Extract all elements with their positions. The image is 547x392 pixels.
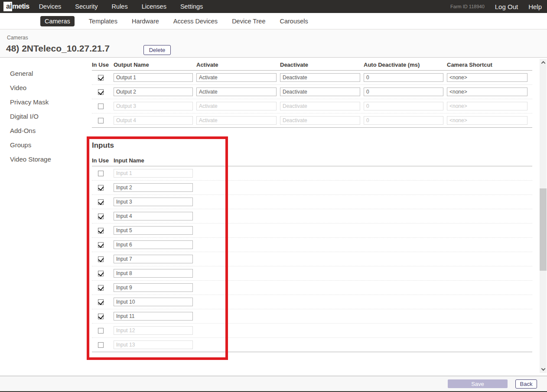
sidebar-item-digital-io[interactable]: Digital I/O bbox=[0, 109, 85, 123]
tab-device-tree[interactable]: Device Tree bbox=[232, 18, 265, 25]
input-name-input[interactable] bbox=[114, 298, 193, 306]
digital-io-panel: In Use Output Name Activate Deactivate A… bbox=[92, 58, 532, 352]
scrollbar-thumb[interactable] bbox=[540, 188, 547, 271]
logout-link[interactable]: Log Out bbox=[495, 3, 518, 10]
input-name-input[interactable] bbox=[114, 240, 193, 249]
input-row bbox=[92, 224, 532, 238]
in-use-checkbox[interactable] bbox=[98, 299, 104, 305]
farm-id-label: Farm ID 118940 bbox=[450, 4, 485, 9]
in-use-checkbox[interactable] bbox=[98, 185, 104, 191]
sidebar-item-add-ons[interactable]: Add-Ons bbox=[0, 123, 85, 138]
menu-rules[interactable]: Rules bbox=[112, 3, 128, 10]
deactivate-input bbox=[280, 116, 360, 125]
input-row bbox=[92, 295, 532, 309]
outputs-table-body bbox=[92, 71, 532, 128]
col-in-use: In Use bbox=[92, 158, 110, 166]
auto-deactivate-input bbox=[364, 116, 443, 125]
save-button[interactable]: Save bbox=[448, 379, 508, 388]
in-use-checkbox[interactable] bbox=[98, 104, 104, 109]
col-in-use: In Use bbox=[92, 62, 110, 70]
auto-deactivate-input[interactable] bbox=[364, 73, 443, 82]
col-output-name: Output Name bbox=[114, 62, 193, 70]
tab-access-devices[interactable]: Access Devices bbox=[173, 18, 218, 25]
sidebar-item-video-storage[interactable]: Video Storage bbox=[0, 152, 85, 166]
in-use-checkbox[interactable] bbox=[98, 256, 104, 262]
deactivate-input[interactable] bbox=[280, 73, 360, 82]
in-use-checkbox[interactable] bbox=[98, 75, 104, 81]
sidebar-item-groups[interactable]: Groups bbox=[0, 138, 85, 152]
menu-settings[interactable]: Settings bbox=[180, 3, 203, 10]
output-row bbox=[92, 85, 532, 99]
back-button[interactable]: Back bbox=[515, 379, 537, 389]
tab-hardware[interactable]: Hardware bbox=[132, 18, 159, 25]
output-name-input[interactable] bbox=[114, 73, 193, 82]
input-name-input[interactable] bbox=[114, 183, 193, 192]
activate-input[interactable] bbox=[196, 73, 277, 82]
menu-licenses[interactable]: Licenses bbox=[142, 3, 166, 10]
camera-shortcut-input[interactable] bbox=[447, 87, 527, 96]
output-name-input[interactable] bbox=[114, 87, 193, 96]
input-name-input[interactable] bbox=[114, 255, 193, 263]
in-use-checkbox[interactable] bbox=[98, 342, 104, 348]
scroll-up-button[interactable] bbox=[540, 59, 547, 66]
scroll-down-button[interactable] bbox=[540, 366, 547, 373]
vertical-scrollbar[interactable] bbox=[540, 59, 547, 373]
page-header: Cameras 48) 2NTeleco_10.27.21.7 Delete bbox=[0, 30, 547, 58]
camera-shortcut-input bbox=[447, 116, 527, 125]
input-name-input[interactable] bbox=[114, 198, 193, 206]
chevron-down-icon bbox=[541, 366, 545, 371]
activate-input[interactable] bbox=[196, 87, 277, 96]
help-link[interactable]: Help bbox=[528, 3, 542, 10]
output-row bbox=[92, 99, 532, 113]
input-row bbox=[92, 281, 532, 295]
in-use-checkbox[interactable] bbox=[98, 271, 104, 276]
menu-security[interactable]: Security bbox=[75, 3, 98, 10]
menu-devices[interactable]: Devices bbox=[39, 3, 62, 10]
in-use-checkbox[interactable] bbox=[98, 242, 104, 248]
input-name-input[interactable] bbox=[114, 226, 193, 235]
input-name-input[interactable] bbox=[114, 212, 193, 220]
in-use-checkbox[interactable] bbox=[98, 118, 104, 123]
output-row bbox=[92, 71, 532, 85]
settings-sidebar: General Video Privacy Mask Digital I/O A… bbox=[0, 66, 85, 166]
page: aimetis Devices Security Rules Licenses … bbox=[0, 0, 547, 392]
output-name-input bbox=[114, 102, 193, 110]
breadcrumb: Cameras bbox=[7, 35, 28, 41]
input-row bbox=[92, 309, 532, 324]
input-name-input[interactable] bbox=[114, 312, 193, 321]
in-use-checkbox[interactable] bbox=[98, 171, 104, 176]
devices-subnav: Cameras Templates Hardware Access Device… bbox=[0, 13, 547, 29]
tab-carousels[interactable]: Carousels bbox=[280, 18, 308, 25]
inputs-table-body bbox=[92, 166, 532, 352]
tab-templates[interactable]: Templates bbox=[89, 18, 117, 25]
sidebar-item-video[interactable]: Video bbox=[0, 81, 85, 95]
input-name-input[interactable] bbox=[114, 269, 193, 278]
in-use-checkbox[interactable] bbox=[98, 89, 104, 95]
sidebar-item-general[interactable]: General bbox=[0, 66, 85, 81]
col-deactivate: Deactivate bbox=[280, 62, 360, 70]
in-use-checkbox[interactable] bbox=[98, 199, 104, 205]
camera-shortcut-input[interactable] bbox=[447, 73, 527, 82]
input-name-input[interactable] bbox=[114, 283, 193, 292]
in-use-checkbox[interactable] bbox=[98, 314, 104, 319]
col-input-name: Input Name bbox=[114, 158, 193, 166]
input-name-input bbox=[114, 326, 193, 335]
input-row bbox=[92, 166, 532, 181]
camera-shortcut-input bbox=[447, 102, 527, 110]
tab-cameras[interactable]: Cameras bbox=[40, 16, 75, 26]
in-use-checkbox[interactable] bbox=[98, 228, 104, 233]
col-camera-shortcut: Camera Shortcut bbox=[447, 62, 527, 70]
input-row bbox=[92, 266, 532, 281]
in-use-checkbox[interactable] bbox=[98, 285, 104, 291]
outputs-table-header: In Use Output Name Activate Deactivate A… bbox=[92, 58, 532, 71]
auto-deactivate-input bbox=[364, 102, 443, 110]
auto-deactivate-input[interactable] bbox=[364, 87, 443, 96]
sidebar-item-privacy-mask[interactable]: Privacy Mask bbox=[0, 95, 85, 109]
in-use-checkbox[interactable] bbox=[98, 214, 104, 219]
chevron-up-icon bbox=[541, 61, 545, 65]
in-use-checkbox[interactable] bbox=[98, 328, 104, 334]
input-row bbox=[92, 209, 532, 224]
delete-button[interactable]: Delete bbox=[143, 45, 171, 55]
deactivate-input[interactable] bbox=[280, 87, 360, 96]
footer-bar: Save Back bbox=[0, 376, 547, 391]
